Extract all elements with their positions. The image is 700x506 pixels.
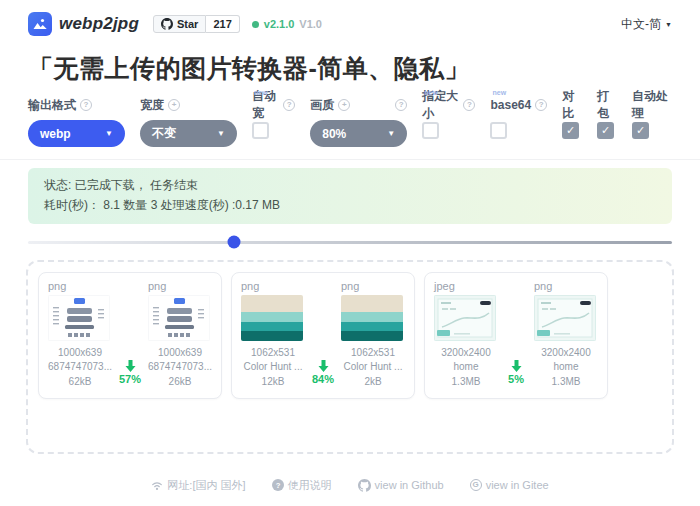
size-reduction-percent: 57% — [119, 373, 141, 385]
output-format-label: 输出格式 — [28, 97, 76, 114]
thumbnail-dashboard[interactable] — [434, 295, 496, 341]
add-icon[interactable]: + — [338, 99, 350, 111]
format-label: png — [534, 280, 598, 292]
chevron-down-icon: ▼ — [665, 21, 672, 28]
status-line1: 状态: 已完成下载， 任务结束 — [44, 176, 656, 196]
gitee-link[interactable]: G view in Gitee — [470, 479, 549, 491]
check-icon: ✓ — [566, 124, 575, 137]
divider — [0, 159, 700, 160]
github-link-label: view in Github — [375, 479, 444, 491]
control-output-format: 输出格式 ? webp ▼ — [28, 97, 125, 147]
app-title: webp2jpg — [59, 14, 139, 34]
width-select[interactable]: 不变 ▼ — [140, 120, 237, 147]
status-message: 状态: 已完成下载， 任务结束 耗时(秒)： 8.1 数量 3 处理速度(秒) … — [28, 168, 672, 224]
output-format-select[interactable]: webp ▼ — [28, 120, 125, 147]
auto-process-checkbox[interactable]: ✓ — [632, 122, 649, 139]
header: webp2jpg Star 217 v2.1.0 V1.0 中文-简 ▼ — [0, 0, 700, 36]
github-star-widget[interactable]: Star 217 — [153, 15, 240, 33]
image-name: 6874747073... — [148, 360, 212, 375]
image-size: 1.3MB — [534, 375, 598, 390]
control-package: 打包 ✓ — [597, 97, 617, 139]
new-badge: new — [254, 89, 268, 96]
image-dimensions: 1062x531 — [241, 346, 305, 361]
control-auto-width: new 自动宽 ? — [252, 97, 295, 139]
quality-select[interactable]: 80% ▼ — [310, 120, 407, 147]
image-name: home — [534, 360, 598, 375]
quality-value: 80% — [322, 127, 346, 141]
slider-handle[interactable] — [228, 236, 241, 249]
output-format-value: webp — [40, 127, 71, 141]
star-count[interactable]: 217 — [206, 15, 239, 33]
chevron-down-icon: ▼ — [105, 129, 113, 138]
help-icon[interactable]: ? — [535, 99, 547, 111]
image-size: 1.3MB — [434, 375, 498, 390]
help-icon[interactable]: ? — [80, 99, 92, 111]
version-info: v2.1.0 V1.0 — [252, 18, 322, 30]
size-reduction-percent: 84% — [312, 373, 334, 385]
svg-text:?: ? — [275, 481, 280, 490]
image-name: Color Hunt ... — [341, 360, 405, 375]
quality-label: 画质 — [310, 97, 334, 114]
progress-slider[interactable] — [28, 241, 672, 244]
width-label: 宽度 — [140, 97, 164, 114]
github-octocat-icon — [161, 18, 173, 30]
new-badge: new — [424, 89, 438, 96]
base64-checkbox[interactable] — [490, 122, 507, 139]
thumbnail-dashboard[interactable] — [534, 295, 596, 341]
image-size: 12kB — [241, 375, 305, 390]
format-label: jpeg — [434, 280, 498, 292]
new-badge: new — [492, 89, 506, 96]
github-octocat-icon — [358, 479, 371, 492]
chevron-down-icon: ▼ — [387, 129, 395, 138]
format-label: png — [148, 280, 212, 292]
thumbnail-diagram[interactable] — [48, 295, 110, 341]
control-quality: 画质 + ? 80% ▼ — [310, 97, 407, 147]
control-auto-process: 自动处理 ✓ — [632, 97, 672, 139]
version-old: V1.0 — [299, 18, 322, 30]
download-arrow-icon — [318, 360, 329, 372]
download-arrow-icon — [511, 360, 522, 372]
specify-size-checkbox[interactable] — [422, 122, 439, 139]
image-dimensions: 3200x2400 — [434, 346, 498, 361]
control-specify-size: new 指定大小 ? — [422, 97, 475, 139]
base64-label: base64 — [490, 98, 531, 112]
original-figure: png 1000x639 6874747073... 62kB — [48, 280, 112, 390]
image-dimensions: 1000x639 — [48, 346, 112, 361]
mountain-photo-icon — [32, 16, 48, 32]
image-name: 6874747073... — [48, 360, 112, 375]
dropzone[interactable]: png 1000x639 6874747073... 62kB — [26, 260, 674, 454]
usage-guide-label: 使用说明 — [288, 478, 332, 493]
image-size: 62kB — [48, 375, 112, 390]
github-star-button[interactable]: Star — [153, 15, 206, 33]
github-link[interactable]: view in Github — [358, 479, 444, 492]
help-icon[interactable]: ? — [283, 99, 295, 111]
original-figure: jpeg 3200x2400 home 1.3MB — [434, 280, 498, 390]
compare-checkbox[interactable]: ✓ — [562, 122, 579, 139]
thumbnail-palette[interactable] — [341, 295, 403, 341]
help-icon[interactable]: ? — [395, 99, 407, 111]
format-label: png — [341, 280, 405, 292]
language-label: 中文-简 — [621, 16, 661, 33]
package-checkbox[interactable]: ✓ — [597, 122, 614, 139]
app-logo-image-icon — [28, 12, 52, 36]
result-card: jpeg 3200x2400 home 1.3MB 5% — [424, 272, 608, 400]
website-label: 网址:[国内 国外] — [167, 478, 245, 493]
auto-width-checkbox[interactable] — [252, 122, 269, 139]
format-label: png — [48, 280, 112, 292]
control-base64: new base64 ? — [490, 97, 547, 139]
image-dimensions: 1000x639 — [148, 346, 212, 361]
wifi-icon — [151, 480, 163, 491]
thumbnail-palette[interactable] — [241, 295, 303, 341]
width-value: 不变 — [152, 125, 176, 142]
language-selector[interactable]: 中文-简 ▼ — [621, 16, 672, 33]
image-name: Color Hunt ... — [241, 360, 305, 375]
help-icon[interactable]: ? — [463, 99, 475, 111]
image-size: 26kB — [148, 375, 212, 390]
thumbnail-diagram[interactable] — [148, 295, 210, 341]
chevron-down-icon: ▼ — [217, 129, 225, 138]
converted-figure: png 1000x639 6874747073... 26kB — [148, 280, 212, 390]
website-links[interactable]: 网址:[国内 国外] — [151, 478, 245, 493]
usage-guide-link[interactable]: ? 使用说明 — [272, 478, 332, 493]
add-icon[interactable]: + — [168, 99, 180, 111]
converted-figure: png 1062x531 Color Hunt ... 2kB — [341, 280, 405, 390]
